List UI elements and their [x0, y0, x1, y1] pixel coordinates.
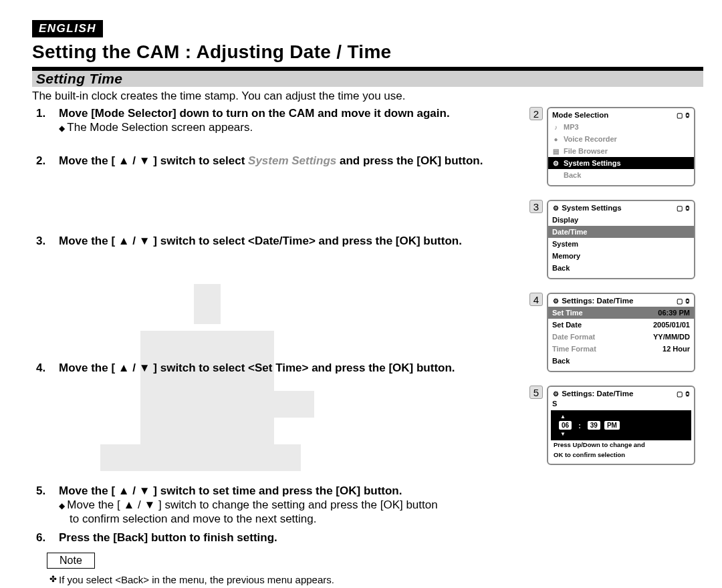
screen-title: Settings: Date/Time — [562, 297, 633, 305]
step-3: Move the [ ▲ / ▼ ] switch to select <Dat… — [32, 235, 521, 341]
gear-icon: ⚙ — [552, 390, 560, 398]
gear-icon: ⚙ — [552, 297, 560, 305]
arrow-down-icon: ▼ — [554, 431, 689, 437]
time-ampm: PM — [604, 421, 620, 430]
time-hours: 06 — [559, 421, 572, 430]
step-5: Move the [ ▲ / ▼ ] switch to set time an… — [32, 484, 521, 526]
step-list: Move [Mode Selector] down to turn on the… — [32, 107, 521, 545]
gear-icon: ⚙ — [552, 160, 560, 167]
screen-title: Mode Selection — [552, 111, 608, 119]
screen-mock-4: 4 ⚙ Settings: Date/Time ▢ ⧮ Set Time06:3… — [529, 293, 703, 372]
screen-hint: Press Up/Down to change and — [548, 440, 694, 450]
step-1: Move [Mode Selector] down to turn on the… — [32, 107, 521, 134]
gear-icon: ⚙ — [552, 204, 560, 212]
time-minutes: 39 — [588, 421, 600, 430]
screen-step-number: 2 — [529, 107, 543, 120]
page-title: Setting the CAM : Adjusting Date / Time — [32, 40, 703, 65]
folder-icon: ▤ — [552, 148, 560, 155]
section-heading: Setting Time — [32, 69, 703, 87]
screen-title: System Settings — [562, 204, 621, 212]
music-note-icon: ♪ — [552, 124, 560, 131]
screen-step-number: 3 — [529, 200, 543, 213]
mic-icon: ● — [552, 136, 560, 143]
language-badge: ENGLISH — [32, 20, 103, 37]
screen-mock-2: 2 Mode Selection ▢ ⧮ ♪MP3 ●Voice Recorde… — [529, 107, 703, 186]
step-6: Press the [Back] button to finish settin… — [32, 531, 521, 545]
screen-step-number: 5 — [529, 386, 543, 399]
arrow-up-icon: ▲ — [554, 414, 689, 420]
note-heading: Note — [47, 553, 95, 569]
screen-step-number: 4 — [529, 293, 543, 306]
note-text: If you select <Back> in the menu, the pr… — [32, 574, 521, 585]
screen-mock-3: 3 ⚙ System Settings ▢ ⧮ Display Date/Tim… — [529, 200, 703, 279]
battery-icon: ▢ ⧮ — [677, 297, 690, 305]
step-2: Move the [ ▲ / ▼ ] switch to select Syst… — [32, 154, 521, 214]
step-4: Move the [ ▲ / ▼ ] switch to select <Set… — [32, 361, 521, 464]
screen-hint: OK to confirm selection — [548, 450, 694, 460]
battery-icon: ▢ ⧮ — [677, 112, 690, 119]
screen-title: Settings: Date/Time — [562, 390, 633, 398]
battery-icon: ▢ ⧮ — [677, 204, 690, 212]
screen-mock-5: 5 ⚙ Settings: Date/Time ▢ ⧮ S D T B ▲ — [529, 386, 703, 465]
battery-icon: ▢ ⧮ — [677, 390, 690, 398]
intro-text: The built-in clock creates the time stam… — [32, 90, 703, 103]
